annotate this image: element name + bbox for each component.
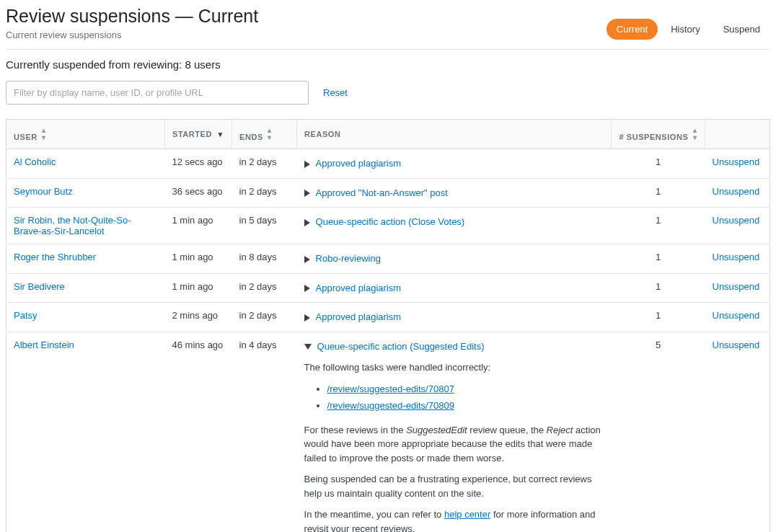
column-suspensions[interactable]: # Suspensions ▴▾ — [612, 120, 705, 149]
review-task-link[interactable]: /review/suggested-edits/70809 — [327, 400, 454, 411]
column-started-label: Started — [172, 130, 212, 138]
reason-para-3: In the meantime, you can refer to help c… — [304, 507, 604, 532]
unsuspend-link[interactable]: Unsuspend — [713, 156, 760, 167]
reason-cell: Approved plagiarism — [297, 303, 612, 332]
list-item: /review/suggested-edits/70809 — [327, 399, 604, 413]
suspensions-count: 1 — [612, 208, 705, 244]
expand-icon[interactable] — [304, 161, 310, 168]
sort-icon: ▴▾ — [693, 127, 697, 141]
started-cell: 1 min ago — [165, 244, 232, 274]
user-link[interactable]: Albert Einstein — [14, 340, 74, 350]
unsuspend-link[interactable]: Unsuspend — [713, 340, 760, 350]
reason-link[interactable]: Queue-specific action (Suggested Edits) — [317, 341, 485, 352]
ends-cell: in 4 days — [232, 332, 297, 532]
task-list: /review/suggested-edits/70807/review/sug… — [310, 382, 604, 413]
ends-cell: in 8 days — [232, 244, 297, 274]
user-link[interactable]: Roger the Shrubber — [14, 252, 96, 262]
user-link[interactable]: Seymour Butz — [14, 186, 73, 197]
reason-cell: Approved "Not-an-Answer" post — [297, 178, 612, 208]
reason-link[interactable]: Approved plagiarism — [316, 158, 402, 169]
column-reason-label: Reason — [304, 130, 340, 138]
column-reason: Reason — [297, 120, 612, 149]
page-title: Review suspensions — Current — [6, 6, 258, 27]
column-started[interactable]: Started ▼ — [165, 120, 232, 149]
table-row: Roger the Shrubber1 min agoin 8 daysRobo… — [6, 244, 770, 274]
expand-icon[interactable] — [304, 256, 310, 263]
reason-cell: Queue-specific action (Suggested Edits)T… — [297, 332, 612, 532]
page-subtitle: Current review suspensions — [6, 30, 258, 40]
ends-cell: in 2 days — [232, 303, 297, 332]
started-cell: 36 secs ago — [165, 178, 232, 208]
user-link[interactable]: Al Coholic — [14, 156, 56, 167]
sort-down-icon: ▼ — [217, 131, 224, 138]
started-cell: 12 secs ago — [165, 149, 232, 179]
suspensions-count: 1 — [612, 149, 705, 179]
table-row: Albert Einstein46 mins agoin 4 daysQueue… — [6, 332, 770, 532]
column-ends[interactable]: Ends ▴▾ — [232, 120, 297, 149]
reason-link[interactable]: Queue-specific action (Close Votes) — [316, 216, 465, 227]
expand-icon[interactable] — [304, 285, 310, 292]
table-row: Sir Bedivere1 min agoin 2 daysApproved p… — [6, 273, 770, 303]
reset-link[interactable]: Reset — [323, 87, 348, 98]
tab-current[interactable]: Current — [607, 19, 658, 40]
page-header: Review suspensions — Current Current rev… — [6, 6, 770, 50]
reason-link[interactable]: Approved "Not-an-Answer" post — [316, 187, 448, 198]
suspensions-count: 1 — [612, 244, 705, 274]
tab-suspend[interactable]: Suspend — [713, 19, 770, 40]
reason-body: The following tasks were handled incorre… — [304, 360, 604, 532]
collapse-icon[interactable] — [304, 344, 312, 350]
reason-link[interactable]: Approved plagiarism — [316, 311, 402, 322]
expand-icon[interactable] — [304, 314, 310, 322]
ends-cell: in 5 days — [232, 208, 297, 244]
reason-cell: Approved plagiarism — [297, 273, 612, 303]
unsuspend-link[interactable]: Unsuspend — [713, 215, 760, 226]
reason-intro: The following tasks were handled incorre… — [304, 360, 604, 375]
filter-input[interactable] — [6, 81, 309, 105]
expand-icon[interactable] — [304, 190, 310, 197]
table-row: Seymour Butz36 secs agoin 2 daysApproved… — [6, 178, 770, 208]
started-cell: 1 min ago — [165, 208, 232, 244]
reason-para-2: Being suspended can be a frustrating exp… — [304, 472, 604, 500]
column-user-label: User — [14, 133, 38, 141]
suspensions-count: 1 — [612, 273, 705, 303]
reason-cell: Approved plagiarism — [297, 149, 612, 179]
suspensions-count: 1 — [612, 303, 705, 332]
sort-icon: ▴▾ — [42, 127, 46, 141]
ends-cell: in 2 days — [232, 149, 297, 179]
started-cell: 46 mins ago — [165, 332, 232, 532]
review-task-link[interactable]: /review/suggested-edits/70807 — [327, 384, 454, 394]
filter-row: Reset — [6, 81, 770, 105]
unsuspend-link[interactable]: Unsuspend — [713, 186, 760, 197]
tabs: CurrentHistorySuspend — [607, 19, 770, 40]
reason-para-1: For these reviews in the SuggestedEdit r… — [304, 423, 604, 466]
tab-history[interactable]: History — [661, 19, 710, 40]
started-cell: 2 mins ago — [165, 303, 232, 332]
table-row: Al Coholic12 secs agoin 2 daysApproved p… — [6, 149, 770, 179]
help-center-link[interactable]: help center — [444, 509, 490, 520]
user-link[interactable]: Sir Bedivere — [14, 281, 65, 292]
suspensions-table: User ▴▾ Started ▼ Ends ▴▾ Reason # Suspe… — [6, 119, 770, 532]
user-link[interactable]: Sir Robin, the Not-Quite-So-Brave-as-Sir… — [14, 215, 131, 236]
column-user[interactable]: User ▴▾ — [6, 120, 165, 149]
expand-icon[interactable] — [304, 219, 310, 226]
unsuspend-link[interactable]: Unsuspend — [713, 310, 760, 321]
table-row: Patsy2 mins agoin 2 daysApproved plagiar… — [6, 303, 770, 332]
suspensions-count: 5 — [612, 332, 705, 532]
reason-cell: Robo-reviewing — [297, 244, 612, 274]
column-action — [705, 120, 770, 149]
reason-link[interactable]: Approved plagiarism — [316, 283, 402, 293]
table-row: Sir Robin, the Not-Quite-So-Brave-as-Sir… — [6, 208, 770, 244]
ends-cell: in 2 days — [232, 178, 297, 208]
column-ends-label: Ends — [239, 133, 263, 141]
ends-cell: in 2 days — [232, 273, 297, 303]
unsuspend-link[interactable]: Unsuspend — [713, 252, 760, 262]
column-suspensions-label: # Suspensions — [620, 133, 689, 141]
summary-text: Currently suspended from reviewing: 8 us… — [6, 58, 770, 71]
sort-icon: ▴▾ — [268, 127, 272, 141]
reason-link[interactable]: Robo-reviewing — [316, 253, 381, 264]
user-link[interactable]: Patsy — [14, 310, 38, 321]
reason-cell: Queue-specific action (Close Votes) — [297, 208, 612, 244]
list-item: /review/suggested-edits/70807 — [327, 382, 604, 396]
unsuspend-link[interactable]: Unsuspend — [713, 281, 760, 292]
suspensions-count: 1 — [612, 178, 705, 208]
